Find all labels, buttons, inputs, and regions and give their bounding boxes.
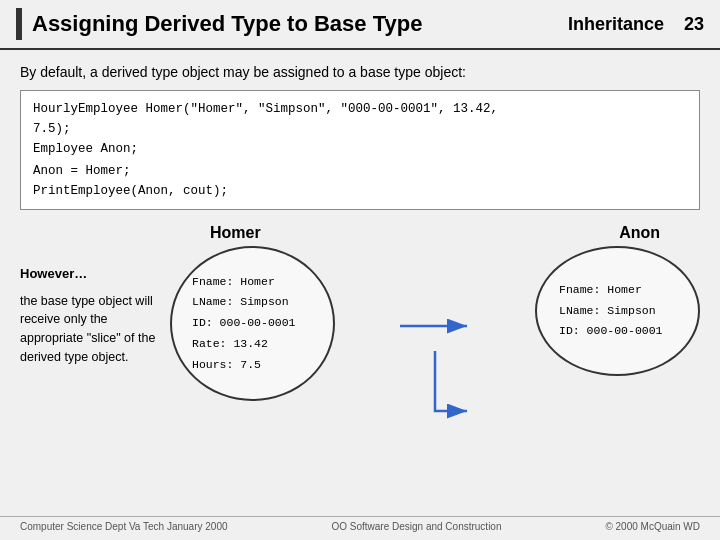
code-line-2: 7.5);	[33, 119, 687, 139]
oval-labels-row: Homer Anon	[170, 224, 700, 242]
header-accent-bar	[16, 8, 22, 40]
footer-right: © 2000 McQuain WD	[605, 521, 700, 532]
homer-oval: Fname: Homer LName: Simpson ID: 000-00-0…	[170, 246, 335, 401]
left-description: However… the base type object will recei…	[20, 224, 160, 367]
content-area: By default, a derived type object may be…	[0, 50, 720, 436]
code-line-5: PrintEmployee(Anon, cout);	[33, 181, 687, 201]
anon-lname: LName: Simpson	[559, 301, 656, 322]
code-line-1: HourlyEmployee Homer("Homer", "Simpson",…	[33, 99, 687, 119]
anon-id: ID: 000-00-0001	[559, 321, 663, 342]
footer-center: OO Software Design and Construction	[331, 521, 501, 532]
anon-oval: Fname: Homer LName: Simpson ID: 000-00-0…	[535, 246, 700, 376]
footer: Computer Science Dept Va Tech January 20…	[0, 516, 720, 532]
header-tag: Inheritance	[568, 14, 664, 35]
homer-lname: LName: Simpson	[192, 292, 289, 313]
header-right: Inheritance 23	[568, 14, 704, 35]
description-text: the base type object will receive only t…	[20, 292, 160, 367]
homer-hours: Hours: 7.5	[192, 355, 261, 376]
diagrams-container: Homer Anon Fname: Homer LName: Simpson I…	[170, 224, 700, 426]
anon-oval-wrapper: Fname: Homer LName: Simpson ID: 000-00-0…	[535, 246, 700, 376]
anon-fname: Fname: Homer	[559, 280, 642, 301]
anon-label: Anon	[619, 224, 660, 242]
header: Assigning Derived Type to Base Type Inhe…	[0, 0, 720, 50]
slide: Assigning Derived Type to Base Type Inhe…	[0, 0, 720, 540]
subtitle-text: By default, a derived type object may be…	[20, 64, 700, 80]
however-text: However…	[20, 264, 160, 284]
slide-title: Assigning Derived Type to Base Type	[32, 11, 568, 37]
homer-fname: Fname: Homer	[192, 272, 275, 293]
homer-id: ID: 000-00-0001	[192, 313, 296, 334]
homer-rate: Rate: 13.42	[192, 334, 268, 355]
homer-oval-wrapper: Fname: Homer LName: Simpson ID: 000-00-0…	[170, 246, 335, 401]
diagram-area: However… the base type object will recei…	[20, 224, 700, 426]
homer-label: Homer	[210, 224, 261, 242]
code-block: HourlyEmployee Homer("Homer", "Simpson",…	[20, 90, 700, 210]
code-line-4: Anon = Homer;	[33, 161, 687, 181]
footer-left: Computer Science Dept Va Tech January 20…	[20, 521, 228, 532]
arrow-area	[395, 246, 475, 426]
arrow-svg	[395, 296, 475, 426]
page-number: 23	[684, 14, 704, 35]
ovals-row: Fname: Homer LName: Simpson ID: 000-00-0…	[170, 246, 700, 426]
code-line-3: Employee Anon;	[33, 139, 687, 159]
